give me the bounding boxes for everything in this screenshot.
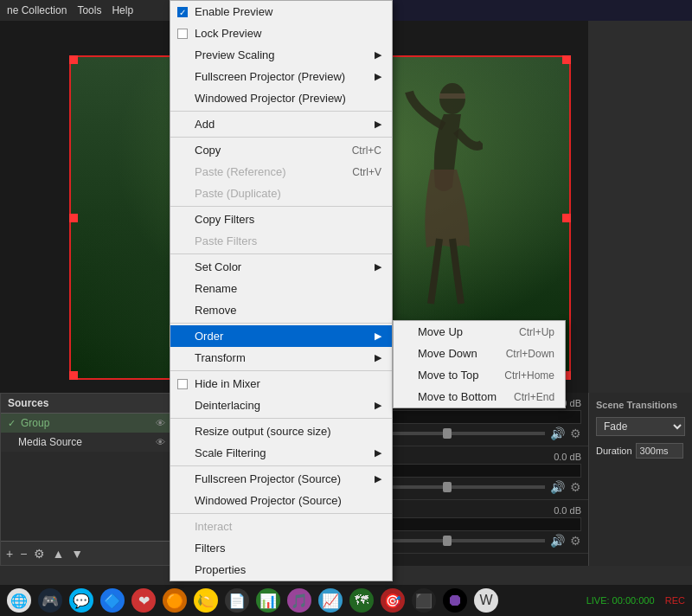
- menu-item-properties[interactable]: Properties: [170, 559, 392, 581]
- source-media-item[interactable]: Media Source 👁: [1, 433, 172, 452]
- app15-icon[interactable]: W: [474, 588, 498, 613]
- menu-item-label: Preview Scaling: [195, 48, 275, 61]
- order-submenu: Move UpCtrl+UpMove DownCtrl+DownMove to …: [393, 320, 566, 408]
- menu-item-label: Set Color: [195, 260, 241, 273]
- menu-help[interactable]: Help: [112, 4, 133, 16]
- terminal-icon[interactable]: ⬛: [412, 588, 436, 613]
- app5-icon[interactable]: ❤: [131, 588, 156, 613]
- submenu-item-move-down[interactable]: Move DownCtrl+Down: [394, 343, 565, 364]
- menu-item-windowed-projector-source[interactable]: Windowed Projector (Source): [170, 490, 392, 511]
- handle-middle-right[interactable]: [562, 214, 571, 222]
- mute-button-3[interactable]: 🔊: [550, 534, 565, 548]
- app11-icon[interactable]: 📈: [318, 588, 343, 613]
- menu-item-interact: Interact: [170, 516, 392, 537]
- settings-button-2[interactable]: ⚙: [570, 480, 581, 494]
- status-bar: 🌐 🎮 💬 🔷 ❤ 🟠 🍋 📄 📊 🎵 📈 🗺 🎯 ⬛ ⏺ W LIVE: 00…: [0, 585, 692, 616]
- app6-icon[interactable]: 🟠: [163, 588, 187, 613]
- submenu-arrow-icon: ▶: [375, 473, 381, 484]
- app7-icon[interactable]: 🍋: [194, 588, 218, 613]
- menu-item-deinterlacing[interactable]: Deinterlacing▶: [170, 395, 392, 416]
- menu-separator: [170, 370, 392, 371]
- submenu-arrow-icon: ▶: [375, 71, 381, 82]
- app12-icon[interactable]: 🗺: [349, 588, 374, 613]
- app8-icon[interactable]: 📄: [225, 588, 249, 613]
- chrome-icon[interactable]: 🌐: [7, 588, 31, 613]
- menu-item-enable-preview[interactable]: ✓Enable Preview: [170, 1, 392, 22]
- menu-separator: [170, 465, 392, 466]
- menu-separator: [170, 111, 392, 112]
- submenu-item-move-up[interactable]: Move UpCtrl+Up: [394, 321, 565, 343]
- duration-row: Duration: [596, 443, 685, 459]
- transition-type-select[interactable]: Fade: [596, 417, 685, 436]
- steam-icon[interactable]: 🎮: [38, 588, 62, 613]
- menu-item-label: Fullscreen Projector (Preview): [195, 70, 345, 83]
- mute-button-2[interactable]: 🔊: [550, 480, 565, 494]
- obs-icon[interactable]: ⏺: [443, 588, 467, 613]
- menu-tools[interactable]: Tools: [77, 4, 101, 16]
- move-down-source-button[interactable]: ▼: [71, 547, 83, 561]
- menu-item-label: Enable Preview: [195, 5, 272, 18]
- menu-item-lock-preview[interactable]: Lock Preview: [170, 22, 392, 44]
- settings-source-button[interactable]: ⚙: [34, 547, 45, 561]
- submenu-item-move-to-top[interactable]: Move to TopCtrl+Home: [394, 364, 565, 386]
- menu-item-transform[interactable]: Transform▶: [170, 347, 392, 369]
- rec-label: REC: [665, 595, 685, 606]
- settings-button-3[interactable]: ⚙: [570, 534, 581, 548]
- menu-item-windowed-projector-preview[interactable]: Windowed Projector (Preview): [170, 87, 392, 109]
- menu-item-filters[interactable]: Filters: [170, 537, 392, 559]
- menu-item-fullscreen-projector-preview[interactable]: Fullscreen Projector (Preview)▶: [170, 66, 392, 87]
- volume-slider-thumb-1[interactable]: [443, 428, 452, 439]
- scene-transitions-title: Scene Transitions: [596, 400, 685, 410]
- menu-separator: [170, 206, 392, 207]
- move-up-source-button[interactable]: ▲: [52, 547, 64, 561]
- app10-icon[interactable]: 🎵: [287, 588, 311, 613]
- handle-middle-left[interactable]: [69, 214, 78, 222]
- menu-item-set-color[interactable]: Set Color▶: [170, 256, 392, 278]
- handle-bottom-left[interactable]: [69, 371, 78, 380]
- volume-slider-thumb-2[interactable]: [443, 482, 452, 492]
- skype-icon[interactable]: 💬: [69, 588, 93, 613]
- menu-collection[interactable]: ne Collection: [7, 4, 67, 16]
- app4-icon[interactable]: 🔷: [100, 588, 125, 613]
- handle-top-left[interactable]: [69, 55, 78, 64]
- submenu-item-shortcut: Ctrl+Down: [489, 348, 554, 360]
- settings-button-1[interactable]: ⚙: [570, 427, 581, 440]
- menu-separator: [170, 137, 392, 138]
- menu-item-rename[interactable]: Rename: [170, 278, 392, 299]
- menu-item-copy[interactable]: CopyCtrl+C: [170, 139, 392, 161]
- menu-separator: [170, 323, 392, 324]
- menu-item-label: Resize output (source size): [195, 425, 331, 438]
- mute-button-1[interactable]: 🔊: [550, 427, 565, 440]
- check-indicator: [177, 28, 188, 40]
- app13-icon[interactable]: 🎯: [381, 588, 405, 613]
- submenu-arrow-icon: ▶: [375, 400, 381, 411]
- duration-input[interactable]: [636, 443, 683, 459]
- menu-separator: [170, 513, 392, 514]
- menu-item-label: Scale Filtering: [195, 446, 266, 459]
- handle-top-right[interactable]: [562, 55, 571, 64]
- context-menu: ✓Enable PreviewLock PreviewPreview Scali…: [170, 0, 393, 581]
- volume-slider-thumb-3[interactable]: [443, 536, 452, 546]
- menu-item-preview-scaling[interactable]: Preview Scaling▶: [170, 44, 392, 66]
- menu-item-label: Add: [195, 118, 215, 131]
- menu-item-label: Interact: [195, 520, 232, 533]
- menu-item-hide-in-mixer[interactable]: Hide in Mixer: [170, 373, 392, 395]
- menu-item-copy-filters[interactable]: Copy Filters: [170, 209, 392, 230]
- menu-item-order[interactable]: Order▶: [170, 325, 392, 347]
- menu-item-label: Filters: [195, 542, 225, 555]
- source-group-item[interactable]: ✓ Group 👁: [1, 414, 172, 433]
- submenu-item-move-to-bottom[interactable]: Move to BottomCtrl+End: [394, 386, 565, 407]
- menu-item-resize-output[interactable]: Resize output (source size): [170, 420, 392, 442]
- menu-item-remove[interactable]: Remove: [170, 299, 392, 321]
- menu-item-add[interactable]: Add▶: [170, 113, 392, 135]
- app9-icon[interactable]: 📊: [256, 588, 280, 613]
- menu-item-scale-filtering[interactable]: Scale Filtering▶: [170, 442, 392, 464]
- menu-item-label: Rename: [195, 282, 237, 295]
- remove-source-button[interactable]: −: [20, 547, 27, 561]
- menu-item-label: Remove: [195, 304, 236, 317]
- menu-item-fullscreen-projector-source[interactable]: Fullscreen Projector (Source)▶: [170, 468, 392, 490]
- menu-separator: [170, 253, 392, 254]
- menu-item-shortcut: Ctrl+V: [335, 166, 381, 178]
- add-source-button[interactable]: +: [6, 547, 13, 561]
- duration-label: Duration: [596, 446, 632, 456]
